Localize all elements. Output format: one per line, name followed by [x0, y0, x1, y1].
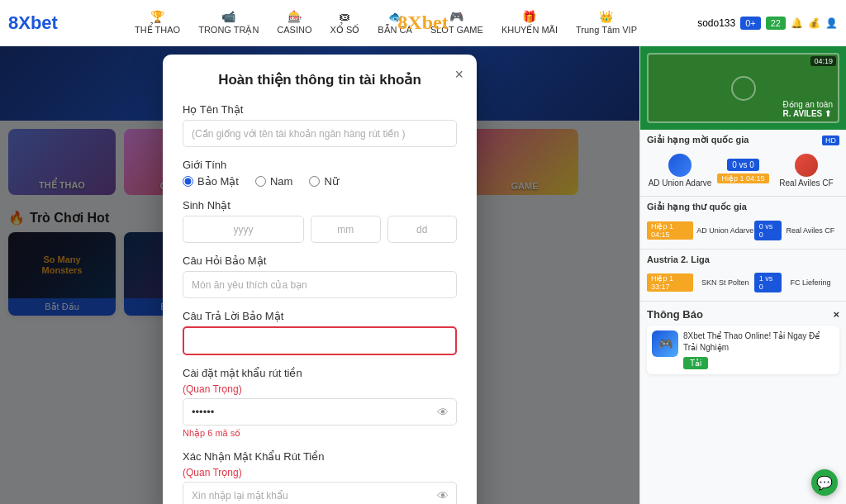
league-2: Giải hạng thư quốc gia Hiệp 1 04:15 AD U… — [640, 197, 846, 250]
notification-title-text: Thông Báo — [647, 308, 703, 321]
match-time-2: Hiệp 1 04:15 — [647, 221, 693, 240]
notification-item: 🎮 8Xbet Thể Thao Online! Tải Ngay Để Trả… — [647, 326, 839, 374]
points-badge: 22 — [766, 17, 786, 30]
logo[interactable]: 8Xbet — [8, 12, 58, 34]
xac-nhan-group: Xác Nhận Mật Khẩu Rút Tiền (Quan Trọng) … — [183, 450, 457, 504]
league2-team1: AD Union Adarve — [696, 226, 754, 235]
xac-nhan-input-wrapper: 👁 — [183, 482, 457, 504]
xac-nhan-important: (Quan Trọng) — [183, 467, 457, 478]
xac-nhan-label: Xác Nhận Mật Khẩu Rút Tiền — [183, 450, 457, 463]
nav-khuyen-mai[interactable]: 🎁 KHUYẾN MÃI — [493, 7, 566, 39]
header: 8Xbet 🏆 THỂ THAO 📹 TRONG TRẬN 🎰 CASINO 🎟… — [0, 0, 846, 46]
team1-logo — [668, 154, 692, 177]
bao-mat-label: Bảo Mật — [197, 175, 239, 188]
ho-ten-input[interactable] — [183, 120, 457, 147]
nav-vip[interactable]: 👑 Trung Tâm VIP — [568, 7, 645, 39]
cau-tra-loi-input[interactable] — [183, 326, 457, 355]
team2-name: Real Aviles CF — [773, 178, 839, 188]
mat-khau-input[interactable] — [183, 398, 457, 426]
league-1-match: AD Union Adarve 0 vs 0 Hiệp 1 04:15 Real… — [647, 150, 839, 191]
sinh-nhat-label: Sinh Nhật — [183, 199, 457, 212]
player-label: Đồng an toànR. AVILES ⬆ — [783, 100, 834, 118]
league-3: Austria 2. Liga Hiệp 1 33:17 SKN St Polt… — [640, 250, 846, 302]
mat-khau-group: Cài đặt mật khẩu rút tiền (Quan Trọng) 👁… — [183, 367, 457, 439]
slot-game-icon: 🎮 — [449, 10, 463, 23]
bao-mat-radio[interactable] — [183, 176, 193, 187]
score-badge-2: 0 vs 0 — [754, 221, 782, 240]
nav-casino-label: CASINO — [277, 25, 311, 35]
username: sodo133 — [697, 17, 735, 29]
league-3-match: Hiệp 1 33:17 SKN St Polten 1 vs 0 FC Lie… — [647, 269, 839, 296]
avatar[interactable]: 👤 — [825, 17, 838, 29]
notif-btn[interactable]: Tải — [683, 357, 708, 369]
league3-team2: FC Liefering — [782, 278, 839, 287]
right-sidebar: 04:19 Đồng an toànR. AVILES ⬆ Giải hạng … — [639, 46, 846, 504]
league-1-name: Giải hạng mời quốc gia — [647, 135, 749, 145]
casino-icon: 🎰 — [288, 10, 302, 23]
cau-hoi-input[interactable] — [183, 271, 457, 298]
year-input[interactable] — [183, 216, 304, 243]
logo-text: 8Xbet — [8, 12, 58, 33]
modal-overlay: Hoàn thiện thông tin tài khoản × Họ Tên … — [0, 46, 639, 504]
gioi-tinh-group: Giới Tính Bảo Mật Nam Nữ — [183, 159, 457, 188]
cau-tra-loi-group: Câu Trả Lời Bảo Mật — [183, 310, 457, 355]
nam-label: Nam — [270, 175, 292, 188]
header-right: sodo133 0+ 22 🔔 💰 👤 — [697, 17, 838, 30]
center-logo: 8Xbet — [397, 12, 448, 34]
sinh-nhat-group: Sinh Nhật — [183, 199, 457, 243]
wallet-icon[interactable]: 💰 — [808, 17, 820, 29]
month-input[interactable] — [311, 216, 381, 243]
nav-xo-so[interactable]: 🎟 XỔ SỐ — [322, 7, 368, 39]
notification-panel: Thông Báo × 🎮 8Xbet Thể Thao Online! Tải… — [640, 302, 846, 386]
mat-khau-label: Cài đặt mật khẩu rút tiền — [183, 367, 457, 379]
gioi-tinh-radio-group: Bảo Mật Nam Nữ — [183, 175, 457, 188]
modal-close-button[interactable]: × — [454, 66, 463, 83]
score-1: 0 vs 0 — [732, 160, 754, 169]
league-2-match: Hiệp 1 04:15 AD Union Adarve 0 vs 0 Real… — [647, 217, 839, 244]
nav-the-thao[interactable]: 🏆 THỂ THAO — [126, 7, 188, 39]
balance-badge: 0+ — [740, 17, 761, 30]
the-thao-icon: 🏆 — [150, 10, 164, 23]
nam-radio[interactable] — [255, 176, 266, 187]
main-nav: 🏆 THỂ THAO 📹 TRONG TRẬN 🎰 CASINO 🎟 XỔ SỐ… — [74, 7, 697, 39]
hd-badge: HD — [822, 136, 839, 145]
live-chat-button[interactable]: 💬 — [811, 469, 838, 496]
cau-hoi-group: Câu Hỏi Bảo Mật — [183, 254, 457, 298]
nav-the-thao-label: THỂ THAO — [135, 25, 180, 36]
nu-radio[interactable] — [309, 176, 320, 187]
score-badge-1: 0 vs 0 — [727, 159, 759, 171]
league-2-header: Giải hạng thư quốc gia — [647, 202, 839, 212]
bell-icon[interactable]: 🔔 — [791, 17, 803, 29]
eye-icon-xac-nhan[interactable]: 👁 — [437, 489, 449, 502]
team1-name: AD Union Adarve — [647, 178, 713, 188]
account-info-modal: Hoàn thiện thông tin tài khoản × Họ Tên … — [163, 55, 477, 504]
cau-tra-loi-label: Câu Trả Lời Bảo Mật — [183, 310, 457, 322]
nav-khuyen-mai-label: KHUYẾN MÃI — [501, 25, 558, 36]
trong-tran-icon: 📹 — [221, 10, 235, 23]
ho-ten-group: Họ Tên Thật — [183, 103, 457, 147]
eye-icon-mat-khau[interactable]: 👁 — [437, 406, 449, 419]
notif-icon: 🎮 — [652, 330, 678, 357]
center-area: 2022 THỂ THAO CASINO XỔ SỐ BING GAME — [0, 46, 639, 504]
sports-live: 04:19 Đồng an toànR. AVILES ⬆ — [640, 46, 846, 130]
nav-xo-so-label: XỔ SỐ — [330, 25, 360, 36]
xac-nhan-input[interactable] — [183, 482, 457, 504]
notification-close[interactable]: × — [833, 308, 839, 321]
xo-so-icon: 🎟 — [339, 10, 350, 23]
cau-hoi-label: Câu Hỏi Bảo Mật — [183, 254, 457, 267]
nav-vip-label: Trung Tâm VIP — [576, 25, 637, 35]
ho-ten-label: Họ Tên Thật — [183, 103, 457, 116]
nav-trong-tran[interactable]: 📹 TRONG TRẬN — [190, 7, 267, 39]
nu-option[interactable]: Nữ — [309, 175, 338, 188]
nam-option[interactable]: Nam — [255, 175, 292, 188]
mat-khau-input-wrapper: 👁 — [183, 398, 457, 426]
notif-text: 8Xbet Thể Thao Online! Tải Ngay Để Trải … — [683, 330, 834, 354]
bao-mat-option[interactable]: Bảo Mật — [183, 175, 239, 188]
team2-logo — [795, 154, 818, 177]
score-badge-3: 1 vs 0 — [754, 273, 782, 292]
nav-trong-tran-label: TRONG TRẬN — [198, 25, 259, 36]
league2-team2: Real Aviles CF — [782, 226, 839, 235]
day-input[interactable] — [387, 216, 458, 243]
nav-casino[interactable]: 🎰 CASINO — [269, 7, 320, 39]
notification-title-row: Thông Báo × — [647, 308, 839, 321]
